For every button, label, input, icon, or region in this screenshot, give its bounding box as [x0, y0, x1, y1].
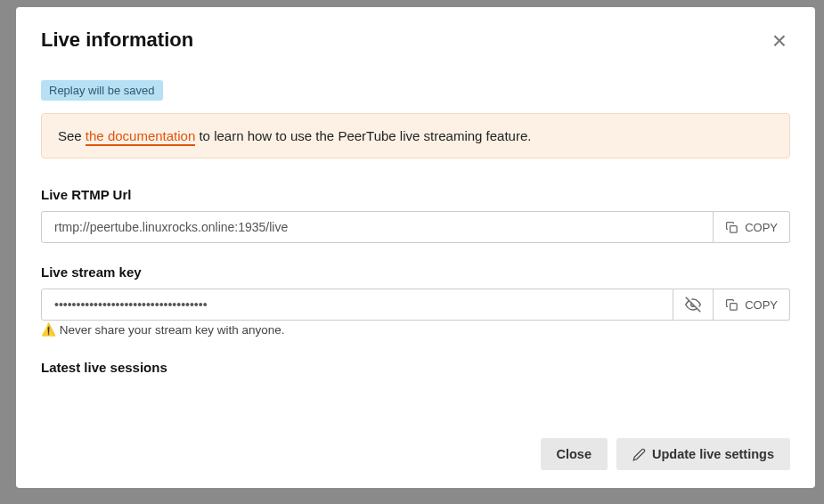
latest-sessions-label: Latest live sessions: [41, 360, 790, 375]
rtmp-url-label: Live RTMP Url: [41, 187, 790, 202]
pencil-icon: [632, 448, 646, 461]
copy-icon: [725, 298, 738, 312]
toggle-visibility-button[interactable]: [673, 289, 714, 321]
banner-prefix: See: [58, 128, 86, 143]
live-information-modal: Live information × Replay will be saved …: [16, 7, 815, 488]
warning-text: Never share your stream key with anyone.: [56, 323, 285, 337]
modal-footer: Close Update live settings: [41, 438, 790, 470]
documentation-link[interactable]: the documentation: [86, 128, 195, 146]
copy-rtmp-button[interactable]: COPY: [714, 211, 790, 243]
svg-rect-1: [730, 303, 738, 310]
modal-header: Live information ×: [41, 28, 790, 53]
eye-off-icon: [685, 297, 701, 313]
replay-badge: Replay will be saved: [41, 80, 163, 101]
stream-key-warning: ⚠️ Never share your stream key with anyo…: [41, 322, 790, 337]
close-button[interactable]: Close: [541, 438, 608, 470]
warning-icon: ⚠️: [41, 323, 56, 337]
documentation-banner: See the documentation to learn how to us…: [41, 113, 790, 159]
copy-stream-key-button[interactable]: COPY: [714, 289, 790, 321]
banner-suffix: to learn how to use the PeerTube live st…: [195, 128, 531, 143]
modal-title: Live information: [41, 28, 193, 52]
stream-key-label: Live stream key: [41, 264, 790, 280]
copy-icon: [725, 221, 738, 234]
stream-key-row: COPY: [41, 289, 790, 321]
update-button-label: Update live settings: [652, 447, 774, 461]
stream-key-input[interactable]: [41, 289, 673, 321]
update-settings-button[interactable]: Update live settings: [616, 438, 790, 470]
close-icon[interactable]: ×: [769, 28, 790, 53]
rtmp-url-input[interactable]: [41, 211, 714, 243]
copy-rtmp-label: COPY: [745, 221, 778, 234]
rtmp-url-row: COPY: [41, 211, 790, 243]
svg-rect-0: [730, 225, 738, 232]
copy-stream-key-label: COPY: [745, 298, 778, 312]
